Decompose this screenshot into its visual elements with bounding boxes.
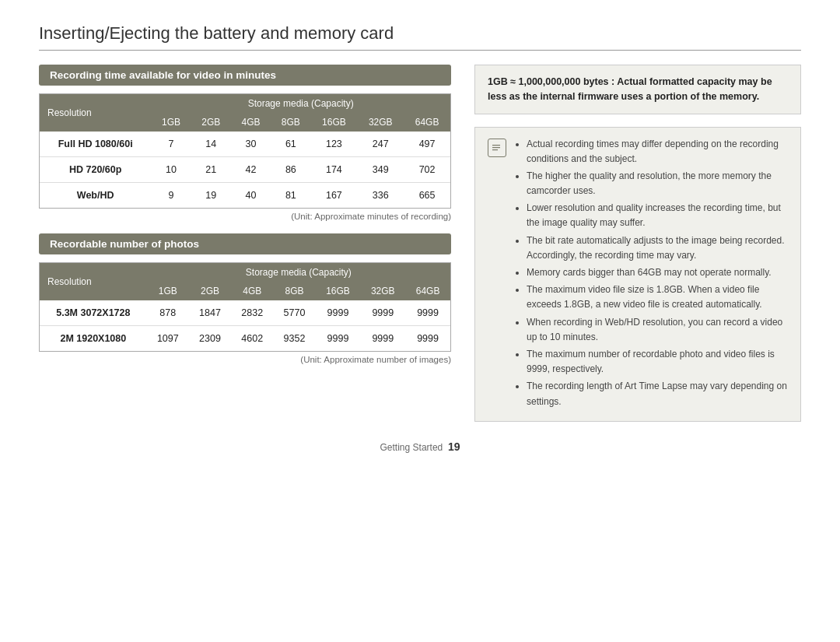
row-label: 5.3M 3072X1728 <box>40 300 147 326</box>
cell-value: 5770 <box>273 300 315 326</box>
cell-value: 665 <box>404 183 450 209</box>
photo-unit-note: (Unit: Approximate number of images) <box>39 355 451 364</box>
cell-value: 9352 <box>273 326 315 352</box>
note-box: Actual recording times may differ depend… <box>474 127 801 422</box>
cell-value: 4602 <box>231 326 273 352</box>
table-row: 2M 1920X10801097230946029352999999999999 <box>40 326 450 352</box>
list-item: Memory cards bigger than 64GB may not op… <box>527 265 788 280</box>
left-column: Recording time available for video in mi… <box>39 65 451 422</box>
cell-value: 9999 <box>360 300 405 326</box>
col-32gb-v: 32GB <box>357 113 404 132</box>
col-1gb-p: 1GB <box>147 282 189 300</box>
cell-value: 10 <box>151 157 191 183</box>
col-4gb-v: 4GB <box>231 113 271 132</box>
right-column: 1GB ≈ 1,000,000,000 bytes : Actual forma… <box>474 65 801 422</box>
col-32gb-p: 32GB <box>360 282 405 300</box>
svg-rect-0 <box>492 145 500 146</box>
cell-value: 7 <box>151 132 191 157</box>
col-64gb-v: 64GB <box>404 113 450 132</box>
footer-page: 19 <box>448 440 460 453</box>
col-16gb-v: 16GB <box>310 113 357 132</box>
note-list: Actual recording times may differ depend… <box>514 137 788 409</box>
row-label: 2M 1920X1080 <box>40 326 147 352</box>
col-16gb-p: 16GB <box>316 282 361 300</box>
cell-value: 86 <box>271 157 310 183</box>
cell-value: 21 <box>191 157 231 183</box>
table-row: HD 720/60p10214286174349702 <box>40 157 450 183</box>
svg-rect-2 <box>492 149 498 150</box>
note-content: Actual recording times may differ depend… <box>514 137 788 412</box>
info-box: 1GB ≈ 1,000,000,000 bytes : Actual forma… <box>474 65 801 114</box>
cell-value: 1847 <box>189 300 231 326</box>
svg-rect-1 <box>492 147 500 148</box>
list-item: The bit rate automatically adjusts to th… <box>527 233 788 263</box>
video-section: Recording time available for video in mi… <box>39 65 451 221</box>
cell-value: 81 <box>271 183 310 209</box>
list-item: The recording length of Art Time Lapse m… <box>527 379 788 409</box>
cell-value: 19 <box>191 183 231 209</box>
info-box-text: 1GB ≈ 1,000,000,000 bytes : Actual forma… <box>488 75 788 104</box>
cell-value: 9999 <box>360 326 405 352</box>
photo-section-header: Recordable number of photos <box>39 233 451 254</box>
cell-value: 61 <box>271 132 310 157</box>
cell-value: 9999 <box>316 326 361 352</box>
page-title: Inserting/Ejecting the battery and memor… <box>39 23 801 51</box>
cell-value: 9 <box>151 183 191 209</box>
col-2gb-p: 2GB <box>189 282 231 300</box>
table-row: Web/HD9194081167336665 <box>40 183 450 209</box>
storage-header: Storage media (Capacity) <box>151 94 450 113</box>
photo-section: Recordable number of photos Resolution S… <box>39 233 451 364</box>
table-row: Full HD 1080/60i7143061123247497 <box>40 132 450 157</box>
cell-value: 123 <box>310 132 357 157</box>
cell-value: 9999 <box>316 300 361 326</box>
cell-value: 1097 <box>147 326 189 352</box>
resolution-header-p: Resolution <box>40 263 147 300</box>
cell-value: 14 <box>191 132 231 157</box>
list-item: Lower resolution and quality increases t… <box>527 201 788 230</box>
resolution-header: Resolution <box>40 94 151 132</box>
photo-table: Resolution Storage media (Capacity) 1GB … <box>40 263 450 351</box>
col-8gb-v: 8GB <box>271 113 310 132</box>
cell-value: 247 <box>357 132 404 157</box>
list-item: When recording in Web/HD resolution, you… <box>527 315 788 345</box>
row-label: Web/HD <box>40 183 151 209</box>
photo-table-header-row: Resolution Storage media (Capacity) <box>40 263 450 282</box>
cell-value: 40 <box>231 183 271 209</box>
note-icon <box>488 139 506 157</box>
cell-value: 167 <box>310 183 357 209</box>
col-2gb-v: 2GB <box>191 113 231 132</box>
col-64gb-p: 64GB <box>405 282 450 300</box>
table-row: 5.3M 3072X172887818472832577099999999999… <box>40 300 450 326</box>
cell-value: 878 <box>147 300 189 326</box>
row-label: HD 720/60p <box>40 157 151 183</box>
video-unit-note: (Unit: Approximate minutes of recording) <box>39 212 451 221</box>
col-8gb-p: 8GB <box>273 282 315 300</box>
cell-value: 30 <box>231 132 271 157</box>
cell-value: 2832 <box>231 300 273 326</box>
col-4gb-p: 4GB <box>231 282 273 300</box>
cell-value: 42 <box>231 157 271 183</box>
cell-value: 349 <box>357 157 404 183</box>
cell-value: 9999 <box>405 326 450 352</box>
video-section-header: Recording time available for video in mi… <box>39 65 451 86</box>
cell-value: 702 <box>404 157 450 183</box>
list-item: The higher the quality and resolution, t… <box>527 169 788 198</box>
list-item: The maximum number of recordable photo a… <box>527 347 788 377</box>
footer-text: Getting Started <box>380 442 443 453</box>
storage-header-p: Storage media (Capacity) <box>147 263 450 282</box>
cell-value: 336 <box>357 183 404 209</box>
list-item: Actual recording times may differ depend… <box>527 137 788 167</box>
col-1gb-v: 1GB <box>151 113 191 132</box>
video-table: Resolution Storage media (Capacity) 1GB … <box>40 94 450 208</box>
list-item: The maximum video file size is 1.8GB. Wh… <box>527 282 788 312</box>
video-table-header-row: Resolution Storage media (Capacity) <box>40 94 450 113</box>
cell-value: 2309 <box>189 326 231 352</box>
row-label: Full HD 1080/60i <box>40 132 151 157</box>
cell-value: 497 <box>404 132 450 157</box>
cell-value: 174 <box>310 157 357 183</box>
footer: Getting Started 19 <box>39 440 801 453</box>
cell-value: 9999 <box>405 300 450 326</box>
